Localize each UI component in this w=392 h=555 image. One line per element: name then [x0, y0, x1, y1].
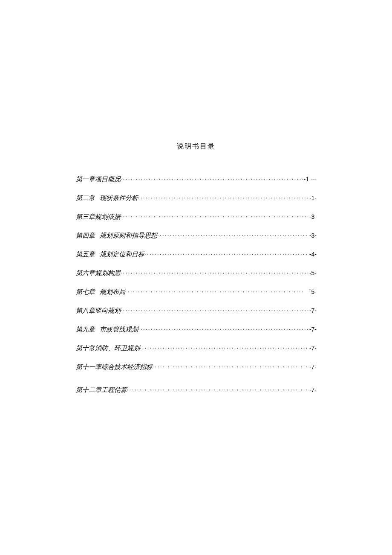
toc-entry: 第十常消防、环卫规划-7-	[76, 344, 317, 352]
toc-entry: 第十二章工程估算-7-	[76, 386, 317, 394]
toc-gap	[95, 195, 100, 202]
toc-entry: 第三章规划依据-3-	[76, 212, 317, 221]
toc-page: -7-	[308, 363, 317, 370]
toc-name: 综合技术经济指标	[101, 363, 153, 371]
toc-page: -1 一	[303, 176, 317, 183]
toc-chapter: 第五章	[76, 250, 95, 259]
toc-name: 规划原则和指导思想	[100, 232, 157, 240]
toc-gap	[95, 251, 100, 258]
toc-name: 现状条件分析	[100, 194, 138, 202]
toc-leader-dots	[140, 344, 308, 350]
toc-chapter: 第二常	[76, 194, 95, 202]
toc-page: -3-	[308, 213, 317, 220]
toc-entry: 第二常 现状条件分析-1-	[76, 194, 317, 202]
toc-page: -3-	[308, 232, 317, 239]
toc-chapter: 第四章	[76, 232, 95, 240]
toc-name: 工程估算	[101, 386, 127, 394]
toc-entry: 第四章 规划原则和指导思想-3-	[76, 231, 317, 240]
toc-leader-dots	[157, 231, 308, 238]
toc-leader-dots	[127, 386, 308, 392]
toc-name: 消防、环卫规划	[95, 344, 140, 352]
toc-leader-dots	[121, 212, 308, 219]
toc-chapter: 第一章	[76, 175, 95, 183]
toc-page: -7-	[308, 307, 317, 314]
toc-name: 市政管线规划	[100, 325, 138, 334]
toc-leader-dots	[121, 175, 303, 181]
toc-name: 规划依据	[95, 213, 121, 221]
toc-page: -7-	[308, 345, 317, 352]
page-title: 说明书目录	[0, 142, 392, 151]
toc-page: -7-	[308, 326, 317, 333]
toc-chapter: 第八章	[76, 307, 95, 315]
toc-chapter: 第十二章	[76, 386, 101, 394]
toc-chapter: 第七章	[76, 288, 95, 296]
toc-name: 项目概况	[95, 175, 121, 183]
toc-entry: 第五章 规划定位和目标-4-	[76, 250, 317, 259]
toc-entry: 第十一率综合技术经济指标-7-	[76, 363, 317, 371]
toc-page: -7-	[308, 386, 317, 393]
table-of-contents: 第一章项目概况-1 一第二常 现状条件分析-1-第三章规划依据-3-第四章 规划…	[76, 175, 317, 404]
toc-gap	[95, 288, 100, 296]
toc-leader-dots	[125, 288, 304, 294]
toc-gap	[95, 326, 100, 333]
toc-page: -4-	[308, 251, 317, 258]
toc-page: -5-	[308, 270, 317, 276]
toc-name: 规划布局	[100, 288, 125, 296]
toc-page: 「5-	[305, 288, 317, 296]
toc-chapter: 第六章	[76, 269, 95, 277]
toc-name: 竖向规划	[95, 307, 121, 315]
toc-entry: 第六章规划构思-5-	[76, 269, 317, 277]
toc-entry: 第九章 市政管线规划-7-	[76, 325, 317, 334]
toc-name: 规划构思	[95, 269, 121, 277]
toc-chapter: 第十一率	[76, 363, 101, 371]
toc-name: 规划定位和目标	[100, 250, 144, 259]
toc-leader-dots	[138, 325, 308, 331]
toc-leader-dots	[153, 363, 308, 369]
toc-gap	[95, 232, 100, 239]
toc-entry: 第八章竖向规划-7-	[76, 306, 317, 315]
toc-page: -1-	[308, 195, 317, 201]
toc-leader-dots	[121, 269, 308, 275]
toc-chapter: 第九章	[76, 325, 95, 334]
toc-leader-dots	[144, 250, 308, 256]
toc-entry: 第一章项目概况-1 一	[76, 175, 317, 183]
toc-leader-dots	[121, 306, 308, 313]
toc-entry: 第七章 规划布局「5-	[76, 288, 317, 296]
toc-chapter: 第三章	[76, 213, 95, 221]
toc-chapter: 第十常	[76, 344, 95, 352]
toc-leader-dots	[138, 194, 308, 200]
